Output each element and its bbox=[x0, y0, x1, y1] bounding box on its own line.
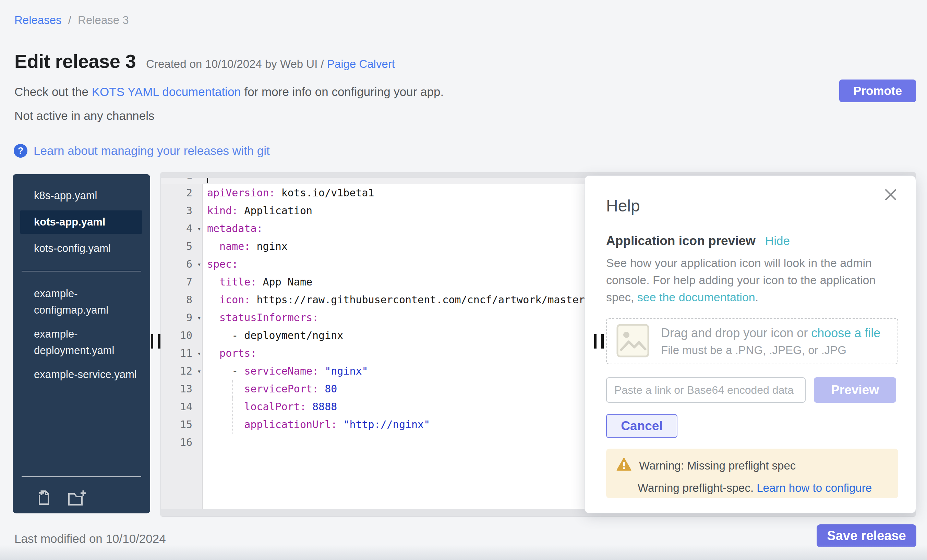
line-number: 3 bbox=[161, 202, 203, 220]
code-text[interactable]: icon: https://raw.githubusercontent.com/… bbox=[203, 291, 591, 309]
line-number: 15 bbox=[161, 416, 203, 434]
code-text[interactable]: metadata: bbox=[203, 220, 263, 238]
icon-url-input[interactable] bbox=[606, 377, 805, 403]
created-info: Created on 10/10/2024 by Web UI / Paige … bbox=[146, 58, 395, 71]
line-number: 11▾ bbox=[161, 344, 203, 362]
file-item-example-configmap.yaml[interactable]: example-configmap.yaml bbox=[13, 282, 150, 322]
last-modified-text: Last modified on 10/10/2024 bbox=[14, 532, 166, 546]
help-panel: Help Application icon preview Hide See h… bbox=[585, 176, 916, 513]
help-title: Help bbox=[606, 196, 898, 215]
line-number: 16 bbox=[161, 434, 203, 451]
docs-hint-prefix: Check out the bbox=[14, 85, 92, 99]
line-number: 14 bbox=[161, 398, 203, 416]
description-period: . bbox=[755, 291, 758, 304]
file-sidebar: k8s-app.yamlkots-app.yamlkots-config.yam… bbox=[13, 174, 150, 513]
line-number: 4▾ bbox=[161, 220, 203, 238]
code-text[interactable]: localPort: 8888 bbox=[203, 398, 337, 416]
file-item-kots-config.yaml[interactable]: kots-config.yaml bbox=[13, 237, 150, 261]
code-text[interactable]: apiVersion: kots.io/v1beta1 bbox=[203, 184, 374, 202]
dropzone-line1: Drag and drop your icon or bbox=[661, 326, 811, 340]
cancel-button[interactable]: Cancel bbox=[606, 414, 678, 438]
question-mark-icon: ? bbox=[14, 144, 27, 158]
breadcrumb-releases-link[interactable]: Releases bbox=[14, 14, 62, 26]
git-releases-link[interactable]: Learn about managing your releases with … bbox=[33, 144, 270, 158]
code-text[interactable]: - serviceName: "nginx" bbox=[203, 362, 368, 380]
line-number: 10 bbox=[161, 326, 203, 344]
line-number: 2 bbox=[161, 184, 203, 202]
breadcrumb-current: Release 3 bbox=[78, 14, 129, 26]
bottom-fade bbox=[0, 545, 927, 560]
new-file-icon[interactable] bbox=[35, 489, 53, 508]
breadcrumb: Releases / Release 3 bbox=[14, 14, 129, 27]
warning-detail: Warning preflight-spec. bbox=[638, 481, 757, 494]
title-row: Edit release 3 Created on 10/10/2024 by … bbox=[14, 50, 395, 72]
sidebar-editor-resize-handle[interactable] bbox=[151, 334, 160, 349]
save-release-button[interactable]: Save release bbox=[817, 524, 916, 547]
image-placeholder-icon bbox=[616, 324, 649, 359]
fold-arrow-icon[interactable]: ▾ bbox=[197, 220, 201, 238]
fold-arrow-icon[interactable]: ▾ bbox=[197, 362, 201, 380]
indent-guide bbox=[233, 416, 233, 434]
line-number: 8 bbox=[161, 291, 203, 309]
indent-guide bbox=[233, 398, 233, 416]
new-folder-icon[interactable] bbox=[67, 489, 87, 508]
learn-configure-link[interactable]: Learn how to configure bbox=[757, 481, 872, 494]
git-help-row: ? Learn about managing your releases wit… bbox=[14, 144, 270, 158]
line-number: 6▾ bbox=[161, 255, 203, 273]
fold-arrow-icon[interactable]: ▾ bbox=[197, 309, 201, 326]
line-number: 13 bbox=[161, 380, 203, 398]
fold-arrow-icon[interactable]: ▾ bbox=[197, 344, 201, 362]
file-group-examples: example-configmap.yamlexample-deployment… bbox=[13, 282, 150, 387]
icon-url-row: Preview bbox=[606, 377, 898, 403]
docs-hint-suffix: for more info on configuring your app. bbox=[241, 85, 444, 99]
line-number: 12▾ bbox=[161, 362, 203, 380]
code-text[interactable]: statusInformers: bbox=[203, 309, 319, 326]
code-text[interactable]: - deployment/nginx bbox=[203, 326, 343, 344]
file-item-k8s-app.yaml[interactable]: k8s-app.yaml bbox=[13, 184, 150, 208]
line-number: 5 bbox=[161, 238, 203, 255]
sidebar-divider bbox=[21, 271, 141, 272]
file-item-example-deployment.yaml[interactable]: example-deployment.yaml bbox=[13, 322, 150, 363]
file-item-kots-app.yaml[interactable]: kots-app.yaml bbox=[20, 211, 142, 234]
warning-title: Warning: Missing preflight spec bbox=[639, 459, 796, 472]
created-text: Created on 10/10/2024 by Web UI / bbox=[146, 58, 324, 70]
indent-guide bbox=[233, 380, 233, 398]
code-text[interactable]: name: nginx bbox=[203, 238, 288, 255]
page-title: Edit release 3 bbox=[14, 50, 136, 72]
line-number: 7 bbox=[161, 273, 203, 291]
icon-preview-title: Application icon preview bbox=[606, 234, 755, 248]
docs-hint: Check out the KOTS YAML documentation fo… bbox=[14, 85, 444, 99]
preflight-warning-box: Warning: Missing preflight spec Warning … bbox=[606, 449, 898, 498]
breadcrumb-separator: / bbox=[68, 14, 71, 26]
see-documentation-link[interactable]: see the documentation bbox=[637, 291, 755, 304]
fold-arrow-icon[interactable]: ▾ bbox=[197, 255, 201, 273]
icon-preview-description: See how your application icon will look … bbox=[606, 254, 880, 306]
code-text[interactable]: applicationUrl: "http://nginx" bbox=[203, 416, 430, 434]
editor-help-resize-handle[interactable] bbox=[594, 334, 604, 349]
code-text[interactable]: ports: bbox=[203, 344, 257, 362]
code-text[interactable] bbox=[203, 434, 207, 451]
icon-preview-section-header: Application icon preview Hide bbox=[606, 234, 898, 248]
sidebar-footer bbox=[21, 477, 141, 513]
kots-yaml-docs-link[interactable]: KOTS YAML documentation bbox=[92, 85, 241, 99]
code-text[interactable]: servicePort: 80 bbox=[203, 380, 337, 398]
choose-file-link[interactable]: choose a file bbox=[811, 326, 880, 340]
channel-status-text: Not active in any channels bbox=[14, 109, 155, 123]
line-number: 9▾ bbox=[161, 309, 203, 326]
code-text[interactable]: kind: Application bbox=[203, 202, 312, 220]
close-icon[interactable] bbox=[883, 187, 898, 203]
dropzone-line2: File must be a .PNG, .JPEG, or .JPG bbox=[661, 344, 880, 357]
file-group-kots: k8s-app.yamlkots-app.yamlkots-config.yam… bbox=[13, 184, 150, 261]
dropzone-text: Drag and drop your icon or choose a file… bbox=[661, 326, 880, 357]
hide-link[interactable]: Hide bbox=[765, 234, 790, 248]
warning-triangle-icon bbox=[616, 458, 632, 474]
icon-dropzone[interactable]: Drag and drop your icon or choose a file… bbox=[606, 318, 898, 364]
preview-button[interactable]: Preview bbox=[814, 377, 896, 403]
code-text[interactable]: spec: bbox=[203, 255, 238, 273]
created-by-link[interactable]: Paige Calvert bbox=[327, 58, 395, 70]
file-item-example-service.yaml[interactable]: example-service.yaml bbox=[13, 363, 150, 387]
promote-button[interactable]: Promote bbox=[839, 79, 916, 102]
code-text[interactable]: title: App Name bbox=[203, 273, 312, 291]
